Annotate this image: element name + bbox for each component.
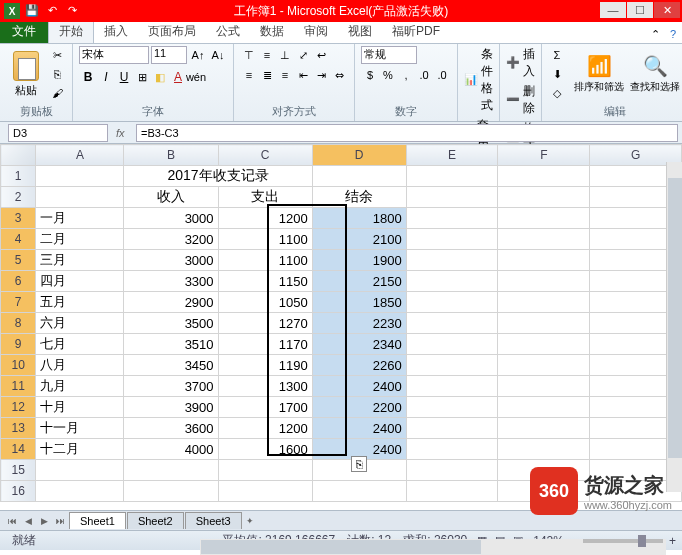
align-bottom-icon[interactable]: ⊥ [276,46,294,64]
cell[interactable] [406,334,498,355]
tab-home[interactable]: 开始 [48,19,94,43]
conditional-format-button[interactable]: 📊条件格式 [464,46,493,114]
tab-view[interactable]: 视图 [338,20,382,43]
bold-button[interactable]: B [79,68,97,86]
cell[interactable]: 1850 [312,292,406,313]
row-header[interactable]: 7 [1,292,36,313]
zoom-slider[interactable] [583,539,663,543]
cell[interactable]: 四月 [36,271,124,292]
cell[interactable]: 3500 [124,313,218,334]
cell[interactable]: 八月 [36,355,124,376]
percent-icon[interactable]: % [379,66,397,84]
row-header[interactable]: 9 [1,334,36,355]
cell[interactable]: 2150 [312,271,406,292]
cell[interactable] [498,208,590,229]
delete-cells-button[interactable]: ➖删除 [506,83,535,117]
cell[interactable] [406,250,498,271]
row-header[interactable]: 6 [1,271,36,292]
row-header[interactable]: 4 [1,229,36,250]
find-select-button[interactable]: 🔍 查找和选择 [628,46,682,102]
cell[interactable]: 2400 [312,376,406,397]
cell[interactable]: 1200 [218,418,312,439]
tab-nav-prev-icon[interactable]: ◀ [20,513,36,529]
copy-icon[interactable]: ⎘ [48,65,66,83]
cell[interactable]: 收入 [124,187,218,208]
cell[interactable]: 1170 [218,334,312,355]
cell[interactable]: 1900 [312,250,406,271]
underline-button[interactable]: U [115,68,133,86]
cell[interactable]: 1100 [218,250,312,271]
cell[interactable]: 2400 [312,418,406,439]
cell[interactable]: 3000 [124,208,218,229]
cell[interactable]: 1270 [218,313,312,334]
clear-icon[interactable]: ◇ [548,84,566,102]
cell[interactable] [498,418,590,439]
currency-icon[interactable]: $ [361,66,379,84]
align-top-icon[interactable]: ⊤ [240,46,258,64]
row-header[interactable]: 16 [1,481,36,502]
tab-file[interactable]: 文件 [0,20,48,43]
autofill-options-icon[interactable]: ⎘ [351,456,367,472]
cell[interactable]: 2340 [312,334,406,355]
cell[interactable] [498,229,590,250]
cell[interactable]: 二月 [36,229,124,250]
cell[interactable]: 十一月 [36,418,124,439]
row-header[interactable]: 11 [1,376,36,397]
col-header[interactable]: E [406,145,498,166]
cell[interactable]: 结余 [312,187,406,208]
increase-indent-icon[interactable]: ⇥ [312,66,330,84]
col-header[interactable]: B [124,145,218,166]
cell[interactable]: 支出 [218,187,312,208]
tab-pdf[interactable]: 福昕PDF [382,20,450,43]
col-header[interactable]: D [312,145,406,166]
maximize-button[interactable]: ☐ [627,2,653,18]
vertical-scrollbar[interactable] [666,162,682,492]
cell[interactable]: 七月 [36,334,124,355]
cell[interactable]: 3000 [124,250,218,271]
row-header[interactable]: 10 [1,355,36,376]
sheet-tab[interactable]: Sheet3 [185,512,242,529]
cell[interactable] [498,397,590,418]
cell[interactable]: 一月 [36,208,124,229]
cell[interactable]: 1190 [218,355,312,376]
ribbon-minimize-icon[interactable]: ⌃ [646,25,664,43]
redo-icon[interactable]: ↷ [64,2,80,18]
cell[interactable]: 3510 [124,334,218,355]
decrease-font-icon[interactable]: A↓ [209,46,227,64]
close-button[interactable]: ✕ [654,2,680,18]
cell[interactable]: 六月 [36,313,124,334]
col-header[interactable]: C [218,145,312,166]
merge-center-icon[interactable]: ⇔ [330,66,348,84]
paste-button[interactable]: 粘贴 [6,46,46,102]
new-sheet-icon[interactable]: ✦ [242,513,258,529]
cell[interactable] [498,334,590,355]
row-header[interactable]: 15 [1,460,36,481]
row-header[interactable]: 13 [1,418,36,439]
help-icon[interactable]: ? [664,25,682,43]
cell[interactable]: 1100 [218,229,312,250]
cell[interactable]: 十月 [36,397,124,418]
col-header[interactable]: A [36,145,124,166]
cell[interactable]: 九月 [36,376,124,397]
cell[interactable] [498,250,590,271]
tab-formula[interactable]: 公式 [206,20,250,43]
cell[interactable] [406,439,498,460]
undo-icon[interactable]: ↶ [44,2,60,18]
align-right-icon[interactable]: ≡ [276,66,294,84]
cell[interactable]: 3200 [124,229,218,250]
cell[interactable] [406,397,498,418]
cell[interactable]: 1300 [218,376,312,397]
cell[interactable] [406,208,498,229]
row-header[interactable]: 2 [1,187,36,208]
font-color-button[interactable]: A [169,68,187,86]
cell[interactable]: 1050 [218,292,312,313]
tab-nav-next-icon[interactable]: ▶ [36,513,52,529]
fill-color-button[interactable]: ◧ [151,68,169,86]
cell[interactable]: 2900 [124,292,218,313]
cut-icon[interactable]: ✂ [48,46,66,64]
cell[interactable]: 1150 [218,271,312,292]
cell[interactable] [406,292,498,313]
cell[interactable] [498,271,590,292]
cell[interactable]: 3700 [124,376,218,397]
cell[interactable]: 3600 [124,418,218,439]
